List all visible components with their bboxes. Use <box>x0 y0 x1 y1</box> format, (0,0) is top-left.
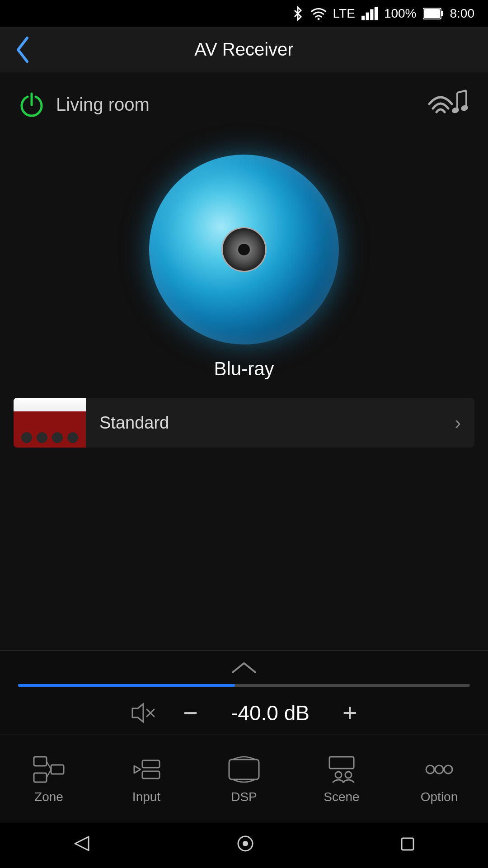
svg-marker-32 <box>75 837 89 850</box>
volume-section: − -40.0 dB + <box>0 650 488 735</box>
zone-label: Zone <box>34 790 63 804</box>
svg-rect-26 <box>329 757 354 769</box>
svg-line-20 <box>47 761 51 769</box>
svg-point-13 <box>460 104 469 112</box>
header-title: AV Receiver <box>194 39 293 60</box>
sound-mode-thumbnail <box>14 398 86 448</box>
sound-mode-chevron: › <box>455 413 474 433</box>
input-icon <box>131 754 162 785</box>
bottom-nav: Zone Input DSP <box>0 735 488 823</box>
android-home-button[interactable] <box>236 835 254 857</box>
android-recents-button[interactable] <box>400 835 415 856</box>
wifi-icon <box>310 7 327 20</box>
svg-line-10 <box>457 90 466 93</box>
svg-rect-25 <box>229 760 259 779</box>
svg-point-31 <box>444 765 452 774</box>
svg-rect-2 <box>366 13 369 20</box>
bluetooth-icon <box>291 5 304 22</box>
volume-controls: − -40.0 dB + <box>0 696 488 730</box>
dsp-label: DSP <box>231 790 257 804</box>
room-name: Living room <box>56 94 150 115</box>
nav-item-input[interactable]: Input <box>98 754 195 804</box>
seat-heads <box>14 432 86 443</box>
signal-icon <box>361 7 378 20</box>
disc-label: Blu-ray <box>214 358 274 379</box>
nav-item-zone[interactable]: Zone <box>0 754 98 804</box>
sound-mode-row[interactable]: Standard › <box>14 398 474 448</box>
mute-button[interactable] <box>131 700 156 726</box>
dsp-icon <box>228 754 260 785</box>
svg-rect-24 <box>142 771 160 778</box>
power-room-group: Living room <box>18 91 150 118</box>
svg-rect-17 <box>34 757 47 766</box>
main-content: Living room Blu-r <box>0 72 488 448</box>
svg-marker-22 <box>134 766 141 773</box>
bluray-disc <box>149 155 339 344</box>
theater-screen <box>14 398 86 411</box>
nav-item-scene[interactable]: Scene <box>293 754 390 804</box>
svg-point-28 <box>345 772 352 778</box>
seat-head <box>52 432 63 443</box>
sound-mode-label: Standard <box>86 413 455 433</box>
zone-icon <box>33 754 65 785</box>
svg-rect-1 <box>361 16 365 20</box>
scene-icon <box>326 754 357 785</box>
nav-item-dsp[interactable]: DSP <box>195 754 293 804</box>
battery-percent: 100% <box>384 6 417 21</box>
disc-label-area: Blu-ray <box>0 358 488 380</box>
svg-rect-7 <box>424 9 440 18</box>
volume-value: -40.0 dB <box>225 701 315 725</box>
option-label: Option <box>421 790 458 804</box>
seat-head <box>67 432 78 443</box>
svg-point-29 <box>426 765 434 774</box>
header: AV Receiver <box>0 27 488 72</box>
svg-rect-18 <box>34 773 47 782</box>
volume-slider[interactable] <box>0 684 488 687</box>
svg-rect-3 <box>370 9 373 20</box>
music-streaming-icon <box>425 86 470 123</box>
disc-center <box>237 243 251 256</box>
theater-seats <box>14 411 86 448</box>
volume-down-button[interactable]: − <box>183 700 198 726</box>
android-back-button[interactable] <box>73 835 91 857</box>
seat-head <box>37 432 47 443</box>
power-button[interactable] <box>18 91 45 118</box>
disc-area <box>0 127 488 358</box>
svg-point-12 <box>451 107 460 114</box>
svg-point-27 <box>335 772 342 778</box>
svg-point-34 <box>243 841 248 846</box>
back-button[interactable] <box>14 36 32 63</box>
svg-marker-14 <box>132 704 143 722</box>
svg-point-30 <box>435 765 443 774</box>
status-bar: LTE 100% 8:00 <box>0 0 488 27</box>
svg-rect-35 <box>402 838 413 850</box>
svg-point-0 <box>317 18 319 20</box>
svg-rect-6 <box>441 11 443 16</box>
room-row: Living room <box>0 72 488 127</box>
svg-rect-4 <box>375 7 378 20</box>
svg-line-21 <box>47 769 51 778</box>
time-display: 8:00 <box>450 6 475 21</box>
status-icons: LTE 100% 8:00 <box>291 5 474 22</box>
volume-up-button[interactable]: + <box>343 700 357 726</box>
android-nav-bar <box>0 823 488 868</box>
seat-head <box>21 432 32 443</box>
disc-inner <box>221 227 267 272</box>
lte-icon: LTE <box>333 6 355 21</box>
scene-label: Scene <box>324 790 359 804</box>
option-icon <box>423 754 455 785</box>
svg-rect-23 <box>142 760 160 768</box>
svg-rect-19 <box>51 765 64 774</box>
input-label: Input <box>132 790 160 804</box>
battery-icon <box>423 7 444 20</box>
expand-icon[interactable] <box>0 660 488 679</box>
volume-track <box>18 684 470 687</box>
volume-fill <box>18 684 235 687</box>
nav-item-option[interactable]: Option <box>390 754 488 804</box>
